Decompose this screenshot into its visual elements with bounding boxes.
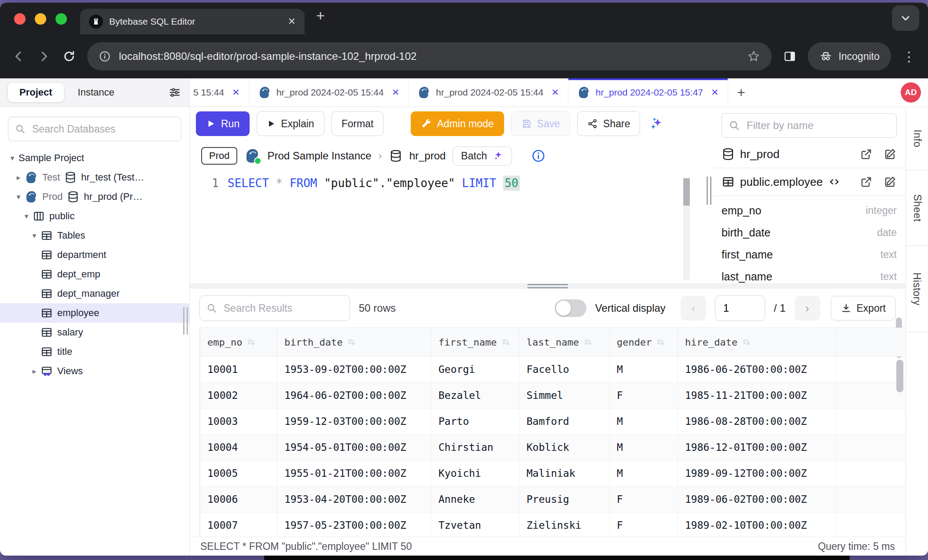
sort-icon[interactable] [583,338,593,347]
browser-tab[interactable]: Bytebase SQL Editor ✕ [80,9,305,34]
table-cell[interactable]: M [610,435,678,461]
close-tab-icon[interactable]: ✕ [392,87,400,98]
user-avatar[interactable]: AD [901,82,921,103]
table-cell[interactable]: 1989-09-12T00:00:00Z [678,461,836,486]
sql-editor[interactable]: 1 SELECT * FROM "public"."employee" LIMI… [190,171,705,283]
instance-name[interactable]: Prod Sample Instance [267,150,371,162]
table-row[interactable]: 100071957-05-23T00:00:00ZTzvetanZielinsk… [200,512,906,537]
schema-filter-input[interactable] [746,119,890,132]
database-name[interactable]: hr_prod [409,150,446,162]
save-button[interactable]: Save [511,111,570,136]
close-tab-icon[interactable]: ✕ [551,87,559,98]
tree-item-public[interactable]: ▾public [0,206,189,226]
table-cell[interactable]: 10002 [200,383,277,409]
table-cell[interactable]: Simmel [519,383,610,409]
database-search[interactable] [8,117,181,141]
table-cell[interactable]: 1955-01-21T00:00:00Z [277,461,431,486]
table-cell[interactable]: 10006 [200,486,277,512]
column-row-first_name[interactable]: first_nametext [722,243,897,265]
table-cell[interactable]: Anneke [431,486,519,512]
export-button[interactable]: Export [831,296,896,321]
chevron-down-icon[interactable]: ▾ [20,212,33,221]
table-row[interactable]: 100011953-09-02T00:00:00ZGeorgiFacelloM1… [200,357,906,383]
new-tab-button[interactable]: + [316,8,325,23]
table-cell[interactable]: Chirstian [431,435,519,461]
table-cell[interactable]: Preusig [519,486,610,512]
tree-item-hr-prod-pr[interactable]: ▾Prodhr_prod (Pr… [0,187,189,206]
tree-item-dept-manager[interactable]: dept_manager [0,284,189,303]
sort-icon[interactable] [501,338,511,347]
chevron-right-icon[interactable]: ▸ [28,367,41,376]
table-row[interactable]: 100031959-12-03T00:00:00ZPartoBamfordM19… [200,409,906,435]
table-cell[interactable]: 1989-02-10T00:00:00Z [678,512,836,537]
table-cell[interactable]: 1953-09-02T00:00:00Z [277,357,431,383]
column-header-last_name[interactable]: last_name [519,328,610,357]
zoom-window-button[interactable] [55,13,67,25]
tree-item-sample-project[interactable]: ▾Sample Project [0,148,189,168]
table-cell[interactable]: F [610,383,678,409]
tree-item-department[interactable]: department [0,245,189,265]
table-cell[interactable]: 1986-08-28T00:00:00Z [678,409,836,435]
results-search-input[interactable] [223,302,343,315]
tab-project[interactable]: Project [8,83,64,102]
tree-item-dept-emp[interactable]: dept_emp [0,265,189,284]
results-scrollbar-thumb[interactable] [896,360,903,392]
sheet-tab-2[interactable]: hr_prod 2024-02-05 15:44✕ [409,78,568,107]
close-tab-icon[interactable]: ✕ [232,87,240,98]
tab-instance[interactable]: Instance [66,83,126,102]
table-cell[interactable]: 1986-12-01T00:00:00Z [678,435,836,461]
table-cell[interactable]: Georgi [431,357,519,383]
browser-tab-close-icon[interactable]: ✕ [288,16,296,27]
table-cell[interactable]: Facello [519,357,610,383]
side-tab-info[interactable]: Info [906,107,928,170]
sort-icon[interactable] [656,338,666,347]
chevron-down-icon[interactable]: ▾ [6,154,18,163]
table-cell[interactable]: Koblick [519,435,610,461]
results-resize-handle[interactable] [190,283,906,289]
back-button[interactable] [11,49,26,63]
minimize-window-button[interactable] [35,13,46,25]
bookmark-star-icon[interactable] [747,50,760,63]
chevron-down-icon[interactable]: ▾ [12,192,25,202]
external-link-icon[interactable] [860,175,873,188]
column-header-emp_no[interactable]: emp_no [200,328,277,357]
table-cell[interactable]: Zielinski [519,512,610,537]
table-cell[interactable]: 10005 [200,461,277,486]
column-header-hire_date[interactable]: hire_date [678,328,836,357]
panel-resize-handle[interactable] [705,107,713,283]
page-number-field[interactable] [715,295,765,321]
table-cell[interactable]: F [610,486,678,512]
address-bar[interactable]: localhost:8080/sql-editor/prod-sample-in… [87,42,772,70]
sidebar-settings-button[interactable] [168,86,181,99]
table-cell[interactable]: 1959-12-03T00:00:00Z [277,409,431,435]
chevron-right-icon[interactable]: ▸ [12,173,25,182]
ai-assistant-button[interactable] [649,116,664,131]
forward-button[interactable] [37,49,51,63]
info-icon[interactable] [531,149,545,163]
sort-icon[interactable] [247,338,256,347]
tree-item-title[interactable]: title [0,342,189,361]
table-row[interactable]: 100061953-04-20T00:00:00ZAnnekePreusigF1… [200,486,906,512]
table-cell[interactable]: Maliniak [519,461,610,486]
editor-scrollbar-thumb[interactable] [683,178,690,206]
prev-page-button[interactable]: ‹ [681,296,706,321]
code-icon[interactable] [828,176,840,188]
tab-search-button[interactable] [892,5,919,31]
page-number-input[interactable] [715,302,765,314]
column-row-emp_no[interactable]: emp_nointeger [722,199,897,221]
table-row[interactable]: 100041954-05-01T00:00:00ZChirstianKoblic… [200,435,906,461]
chevron-down-icon[interactable]: ▾ [28,231,41,240]
column-header-first_name[interactable]: first_name [431,328,519,357]
tree-item-tables[interactable]: ▾Tables [0,226,189,245]
side-tab-history[interactable]: History [906,246,928,332]
table-cell[interactable]: 1989-06-02T00:00:00Z [678,486,836,512]
table-cell[interactable]: M [610,461,678,486]
table-cell[interactable]: Bezalel [431,383,519,409]
schema-database-row[interactable]: hr_prod [713,140,906,168]
database-search-input[interactable] [31,123,175,136]
table-cell[interactable]: 10004 [200,435,277,461]
column-row-last_name[interactable]: last_nametext [722,265,897,283]
table-cell[interactable]: 1986-06-26T00:00:00Z [678,357,836,383]
table-cell[interactable]: 1957-05-23T00:00:00Z [277,512,431,537]
table-cell[interactable]: 1985-11-21T00:00:00Z [678,383,836,409]
